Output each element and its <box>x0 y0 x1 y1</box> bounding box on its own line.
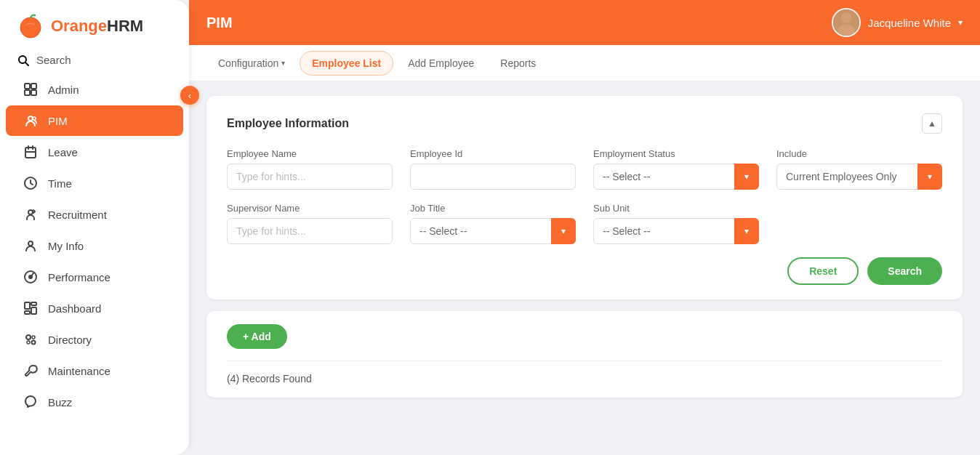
include-select[interactable]: Current Employees Only Past Employees On… <box>776 164 942 190</box>
search-icon <box>17 55 29 66</box>
svg-point-16 <box>29 275 32 278</box>
sub-unit-select-wrapper: -- Select -- ▾ <box>593 218 759 244</box>
reset-button[interactable]: Reset <box>787 257 859 285</box>
add-button[interactable]: + Add <box>227 324 287 349</box>
include-label: Include <box>776 148 942 159</box>
sidebar-item-leave[interactable]: Leave <box>6 137 183 167</box>
sidebar-search[interactable]: Search <box>0 49 189 73</box>
pim-icon <box>23 113 38 128</box>
svg-point-21 <box>26 335 31 339</box>
employee-id-input[interactable] <box>410 164 576 190</box>
svg-rect-20 <box>25 311 30 314</box>
sidebar-toggle[interactable]: ‹ <box>180 86 199 105</box>
form-row-1: Employee Name Employee Id Employment Sta… <box>227 148 942 190</box>
records-found: (4) Records Found <box>227 361 942 384</box>
sidebar-item-recruitment-label: Recruitment <box>48 209 107 221</box>
sidebar-item-directory[interactable]: Directory <box>6 324 183 355</box>
employee-name-input[interactable] <box>227 164 393 190</box>
user-name: Jacqueline White <box>868 17 951 29</box>
collapse-button[interactable]: ▲ <box>922 113 942 134</box>
time-icon <box>23 176 38 190</box>
card-header: Employee Information ▲ <box>227 113 942 134</box>
employment-status-select-wrapper: -- Select -- ▾ <box>593 164 759 190</box>
performance-icon <box>23 270 38 284</box>
avatar <box>832 8 861 37</box>
sidebar: OrangeHRM Search Admin PIM <box>0 0 189 455</box>
sidebar-item-directory-label: Directory <box>48 334 92 346</box>
include-select-wrapper: Current Employees Only Past Employees On… <box>776 164 942 190</box>
sidebar-item-buzz-label: Buzz <box>48 396 72 408</box>
sidebar-item-my-info[interactable]: My Info <box>6 230 183 261</box>
supervisor-name-input[interactable] <box>227 218 393 244</box>
sub-unit-group: Sub Unit -- Select -- ▾ <box>593 203 759 244</box>
app-name: OrangeHRM <box>51 17 143 36</box>
maintenance-icon <box>23 363 38 378</box>
tab-configuration[interactable]: Configuration ▾ <box>206 52 297 75</box>
tab-add-employee-label: Add Employee <box>408 57 474 69</box>
recruitment-icon <box>23 207 38 222</box>
job-title-select[interactable]: -- Select -- <box>410 218 576 244</box>
bottom-card: + Add (4) Records Found <box>206 311 963 398</box>
dashboard-icon <box>23 301 38 315</box>
svg-point-22 <box>32 336 35 339</box>
user-menu-chevron: ▾ <box>958 17 963 28</box>
sub-unit-label: Sub Unit <box>593 203 759 214</box>
svg-point-9 <box>28 116 33 121</box>
svg-point-23 <box>27 341 30 344</box>
sidebar-nav: Admin PIM Leave Time <box>0 73 189 455</box>
svg-rect-19 <box>31 307 36 314</box>
employment-status-label: Employment Status <box>593 148 759 159</box>
logo-icon <box>17 13 44 39</box>
tab-add-employee[interactable]: Add Employee <box>396 52 486 75</box>
svg-point-13 <box>28 210 33 214</box>
svg-point-24 <box>32 341 36 345</box>
svg-line-4 <box>25 63 28 65</box>
sidebar-item-buzz[interactable]: Buzz <box>6 387 183 417</box>
sidebar-item-pim-label: PIM <box>48 115 68 127</box>
page-content: Employee Information ▲ Employee Name Emp… <box>189 81 980 455</box>
user-menu[interactable]: Jacqueline White ▾ <box>832 8 963 37</box>
main-content: PIM Jacqueline White ▾ Configuration ▾ <box>189 0 980 455</box>
employee-id-label: Employee Id <box>410 148 576 159</box>
job-title-group: Job Title -- Select -- ▾ <box>410 203 576 244</box>
sidebar-item-pim[interactable]: PIM <box>6 105 183 136</box>
buzz-icon <box>23 395 38 409</box>
admin-icon <box>23 82 38 97</box>
employee-id-group: Employee Id <box>410 148 576 190</box>
svg-point-14 <box>28 241 33 246</box>
tab-employee-list[interactable]: Employee List <box>300 51 393 76</box>
sidebar-item-time-label: Time <box>48 177 72 190</box>
sidebar-item-time[interactable]: Time <box>6 168 183 198</box>
avatar-image <box>833 9 859 36</box>
directory-icon <box>23 332 38 347</box>
sidebar-item-maintenance[interactable]: Maintenance <box>6 355 183 386</box>
sidebar-item-admin-label: Admin <box>48 84 79 96</box>
tab-employee-list-label: Employee List <box>312 57 381 69</box>
tab-reports[interactable]: Reports <box>489 52 547 75</box>
svg-point-2 <box>23 20 38 35</box>
tab-configuration-label: Configuration <box>218 57 278 69</box>
svg-rect-17 <box>25 302 30 309</box>
supervisor-name-group: Supervisor Name <box>227 203 393 244</box>
leave-icon <box>23 145 38 159</box>
search-button[interactable]: Search <box>867 257 942 285</box>
sidebar-logo: OrangeHRM <box>0 0 189 49</box>
employment-status-select[interactable]: -- Select -- <box>593 164 759 190</box>
nav-tabs: Configuration ▾ Employee List Add Employ… <box>189 45 980 81</box>
sidebar-item-dashboard[interactable]: Dashboard <box>6 293 183 323</box>
sub-unit-select[interactable]: -- Select -- <box>593 218 759 244</box>
page-title: PIM <box>206 15 233 31</box>
svg-rect-5 <box>25 84 30 89</box>
card-title: Employee Information <box>227 117 349 130</box>
sidebar-item-performance-label: Performance <box>48 271 111 283</box>
sidebar-item-recruitment[interactable]: Recruitment <box>6 199 183 230</box>
employee-name-label: Employee Name <box>227 148 393 159</box>
sidebar-item-dashboard-label: Dashboard <box>48 302 101 315</box>
svg-rect-7 <box>25 90 30 95</box>
sidebar-item-performance[interactable]: Performance <box>6 262 183 292</box>
supervisor-name-label: Supervisor Name <box>227 203 393 214</box>
sidebar-item-my-info-label: My Info <box>48 240 84 252</box>
sidebar-item-admin[interactable]: Admin <box>6 74 183 105</box>
form-row-2: Supervisor Name Job Title -- Select -- ▾… <box>227 203 942 244</box>
header: PIM Jacqueline White ▾ <box>189 0 980 45</box>
